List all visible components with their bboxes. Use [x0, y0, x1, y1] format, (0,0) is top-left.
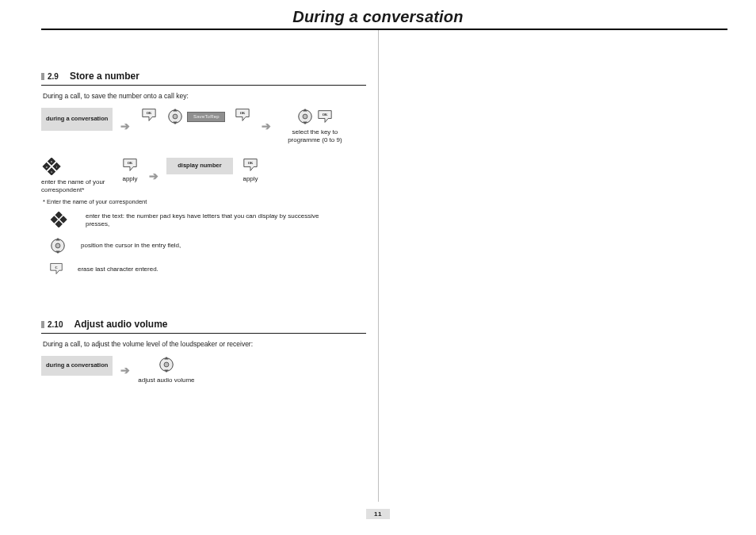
ok-key-icon: OK: [141, 108, 157, 122]
arrow-icon: ➔: [119, 364, 132, 376]
section-marker: [41, 73, 44, 80]
navigator-icon: [49, 237, 67, 254]
step-enter-name: a o i s enter the name of your correspon…: [41, 158, 113, 193]
section-intro: During a call, to save the number onto a…: [43, 92, 366, 100]
left-column: 2.9 Store a number During a call, to sav…: [41, 68, 366, 389]
step-select-key: OK select the key to programme (0 to 9): [279, 108, 350, 143]
ok-key-icon: OK: [242, 158, 258, 172]
svg-rect-29: [55, 220, 62, 227]
navigator-icon: [296, 108, 314, 125]
section-number: 2.10: [48, 320, 63, 329]
svg-rect-27: [51, 216, 58, 224]
note-text: enter the text: the number pad keys have…: [86, 212, 339, 229]
ok-key-icon: OK: [317, 109, 333, 124]
ok-key-icon: OK: [235, 108, 250, 122]
column-separator: [378, 30, 379, 502]
arrow-icon: ➔: [260, 120, 273, 132]
notes-list: enter the text: the number pad keys have…: [41, 212, 366, 277]
state-box-during-conversation: during a conversation: [41, 356, 113, 376]
svg-text:OK: OK: [248, 161, 254, 165]
caption-adjust-volume: adjust audio volume: [138, 376, 194, 384]
step-adjust-volume: adjust audio volume: [138, 356, 194, 384]
note-text: position the cursor in the entry field,: [81, 242, 181, 250]
section-intro: During a call, to adjust the volume leve…: [43, 340, 366, 348]
svg-text:OK: OK: [147, 111, 152, 115]
svg-rect-26: [55, 212, 62, 219]
caption-apply: apply: [242, 175, 258, 183]
step-ok-key-2: OK: [231, 108, 254, 122]
state-box-display-number: display number: [166, 158, 233, 174]
flow-row-2: a o i s enter the name of your correspon…: [41, 158, 366, 193]
svg-point-9: [303, 114, 307, 119]
navigator-icon: [166, 108, 184, 125]
note-text: erase last character entered.: [78, 266, 158, 273]
svg-text:OK: OK: [323, 113, 328, 117]
caption-enter-name: enter the name of your correspondent*: [41, 178, 113, 193]
svg-text:o: o: [46, 166, 48, 169]
step-nav-entry: SaveToRep: [166, 108, 225, 125]
svg-point-37: [164, 362, 169, 367]
step-ok-key: OK: [138, 108, 160, 122]
page-number: 11: [366, 509, 390, 519]
svg-text:C: C: [55, 266, 57, 269]
text-field: SaveToRep: [187, 112, 225, 122]
caption-apply: apply: [122, 175, 137, 183]
svg-point-3: [173, 114, 178, 119]
flow-row-volume: during a conversation ➔ adjust audio vol…: [41, 356, 366, 384]
section-volume: 2.10 Adjust audio volume During a call, …: [41, 316, 366, 384]
note-line-keypad: enter the text: the number pad keys have…: [49, 212, 366, 229]
page-title: During a conversation: [0, 0, 756, 26]
state-box-during-conversation: during a conversation: [41, 108, 113, 131]
header-rule: [41, 29, 727, 30]
svg-rect-28: [59, 216, 67, 224]
section-header-store: 2.9 Store a number: [41, 68, 366, 86]
navigator-icon: [158, 356, 175, 373]
svg-point-31: [55, 243, 60, 248]
svg-text:OK: OK: [128, 161, 133, 165]
section-header-volume: 2.10 Adjust audio volume: [41, 316, 366, 334]
keypad-diamond-icon: [49, 212, 71, 229]
step-apply-1: OK apply: [119, 158, 141, 183]
c-key-icon: C: [49, 262, 63, 277]
svg-text:s: s: [51, 170, 52, 174]
note-line-cursor: position the cursor in the entry field,: [49, 237, 366, 254]
arrow-icon: ➔: [147, 170, 160, 182]
section-marker: [41, 321, 44, 328]
section-title: Adjust audio volume: [74, 319, 167, 330]
keypad-diamond-icon: a o i s: [41, 158, 63, 175]
step-apply-2: OK apply: [239, 158, 262, 183]
caption-select-key: select the key to programme (0 to 9): [279, 128, 350, 143]
note-line-erase: C erase last character entered.: [49, 262, 366, 277]
ok-key-icon: OK: [122, 158, 138, 172]
section-number: 2.9: [48, 72, 59, 81]
svg-text:OK: OK: [240, 111, 246, 115]
footnote: * Enter the name of your correspondent: [43, 198, 366, 205]
flow-row-1: during a conversation ➔ OK: [41, 108, 366, 143]
section-title: Store a number: [70, 71, 139, 82]
arrow-icon: ➔: [119, 120, 132, 132]
